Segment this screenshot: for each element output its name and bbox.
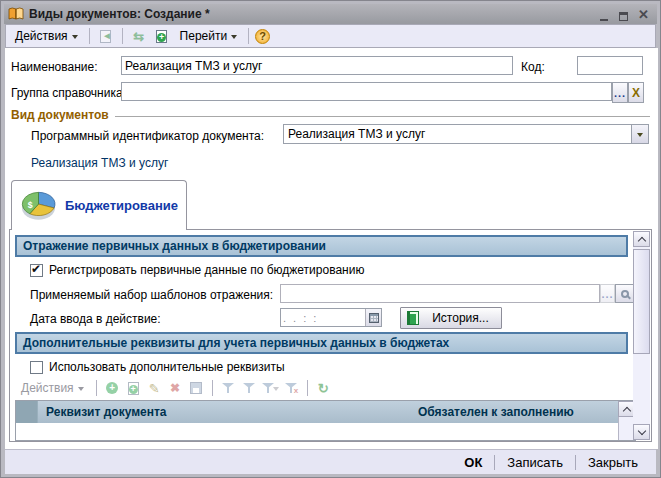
section-header-reflection: Отражение первичных данных в бюджетирова… xyxy=(15,235,628,257)
use-extra-checkbox[interactable] xyxy=(30,361,43,374)
scroll-down-button[interactable] xyxy=(633,424,650,440)
attributes-table[interactable]: Реквизит документа Обязателен к заполнен… xyxy=(15,400,636,441)
register-checkbox[interactable] xyxy=(30,264,43,277)
toolbar-separator xyxy=(307,380,308,396)
book-icon xyxy=(8,7,24,21)
filter-clear-button[interactable]: x xyxy=(283,380,300,396)
go-menu-label: Перейти xyxy=(180,29,228,43)
name-input[interactable] xyxy=(121,56,513,75)
ok-button[interactable]: ОК xyxy=(452,453,494,472)
chevron-up-icon xyxy=(623,406,631,414)
code-input[interactable] xyxy=(577,56,643,75)
ellipsis-icon: ... xyxy=(601,288,613,300)
program-id-label: Программный идентификатор документа: xyxy=(31,129,264,143)
minimize-button[interactable] xyxy=(596,8,611,21)
reread-button[interactable]: ◄ xyxy=(96,27,116,45)
date-input[interactable]: . . : : xyxy=(280,308,382,327)
add-row-button[interactable]: + xyxy=(104,380,121,396)
use-extra-checkbox-label: Использовать дополнительные реквизиты xyxy=(49,360,285,374)
filter-set-button[interactable] xyxy=(220,380,237,396)
maximize-button[interactable] xyxy=(616,8,631,21)
footer-bar: ОК Записать Закрыть xyxy=(5,449,656,474)
code-label: Код: xyxy=(521,60,545,74)
delete-icon: ✖ xyxy=(170,381,180,395)
history-button-label: История... xyxy=(426,311,495,325)
pencil-icon: ✎ xyxy=(149,381,160,396)
table-body[interactable] xyxy=(16,423,635,440)
actions-menu-label: Действия xyxy=(15,29,68,43)
templates-input[interactable] xyxy=(280,284,600,303)
close-window-button[interactable]: Закрыть xyxy=(576,453,650,472)
register-checkbox-row[interactable]: Регистрировать первичные данные по бюдже… xyxy=(30,263,364,277)
plus-circle-icon: + xyxy=(106,382,118,394)
refresh-icon: ↻ xyxy=(318,381,329,396)
calendar-icon xyxy=(369,313,379,323)
copy-row-button[interactable]: + xyxy=(125,380,142,396)
filter-value-icon xyxy=(243,382,255,394)
diskette-icon xyxy=(190,382,202,394)
window-title: Виды документов: Создание * xyxy=(29,7,596,21)
combo-dropdown-button[interactable] xyxy=(631,125,648,143)
save-order-button[interactable] xyxy=(188,380,205,396)
grid-actions-label: Действия xyxy=(21,381,74,395)
copy-icon: + xyxy=(128,382,139,395)
chevron-down-icon xyxy=(72,35,78,39)
scroll-thumb[interactable] xyxy=(633,249,650,354)
group-clear-button[interactable]: Х xyxy=(628,82,644,103)
chevron-down-icon xyxy=(231,35,237,39)
row-marker-column xyxy=(16,401,38,423)
question-icon: ? xyxy=(259,30,266,42)
group-box-title: Вид документов xyxy=(11,108,109,122)
register-checkbox-label: Регистрировать первичные данные по бюдже… xyxy=(49,263,364,277)
name-label: Наименование: xyxy=(11,60,98,74)
toolbar-separator xyxy=(212,380,213,396)
form-content: Наименование: Код: Группа справочника: .… xyxy=(5,48,658,449)
column-header-attribute: Реквизит документа xyxy=(38,401,418,423)
date-label: Дата ввода в действие: xyxy=(30,312,161,326)
search-icon xyxy=(621,290,629,298)
group-box-line xyxy=(115,116,650,117)
minimize-icon xyxy=(600,18,608,21)
refresh-button[interactable]: ↻ xyxy=(315,380,332,396)
group-select-button[interactable]: ... xyxy=(612,82,628,103)
templates-label: Применяемый набор шаблонов отражения: xyxy=(30,288,273,302)
chevron-up-icon xyxy=(637,236,645,244)
panel-scrollbar[interactable] xyxy=(633,231,650,440)
program-id-combobox[interactable]: Реализация ТМЗ и услуг xyxy=(283,124,649,144)
toolbar-separator xyxy=(248,28,249,44)
edit-row-button[interactable]: ✎ xyxy=(146,380,163,396)
maximize-icon xyxy=(619,12,628,21)
tab-budgeting[interactable]: $ Бюджетирование xyxy=(11,180,187,230)
svg-text:$: $ xyxy=(28,199,33,209)
toolbar-separator xyxy=(122,28,123,44)
program-id-value: Реализация ТМЗ и услуг xyxy=(284,127,631,141)
group-label: Группа справочника: xyxy=(11,86,126,100)
close-button[interactable]: ✕ xyxy=(636,8,651,21)
go-menu-button[interactable]: Перейти xyxy=(175,27,243,45)
titlebar[interactable]: Виды документов: Создание * ✕ xyxy=(4,4,657,24)
sync-button[interactable]: ⇆ xyxy=(129,27,149,45)
new-from-button[interactable]: + xyxy=(152,27,172,45)
history-journal-icon xyxy=(407,311,419,325)
templates-select-button[interactable]: ... xyxy=(600,284,615,303)
scroll-up-button[interactable] xyxy=(633,231,650,247)
close-icon: ✕ xyxy=(638,8,649,21)
sync-arrows-icon: ⇆ xyxy=(133,29,144,44)
save-button[interactable]: Записать xyxy=(495,453,575,472)
delete-row-button[interactable]: ✖ xyxy=(167,380,184,396)
history-button[interactable]: История... xyxy=(400,307,502,329)
filter-by-value-button[interactable] xyxy=(241,380,258,396)
ellipsis-icon: ... xyxy=(614,87,626,99)
tab-budgeting-label: Бюджетирование xyxy=(65,198,178,213)
actions-menu-button[interactable]: Действия xyxy=(10,27,83,45)
help-button[interactable]: ? xyxy=(255,29,270,44)
group-input[interactable] xyxy=(121,82,612,101)
chevron-down-icon xyxy=(637,426,645,434)
calendar-button[interactable] xyxy=(365,309,381,326)
column-header-required: Обязателен к заполнению xyxy=(418,401,635,423)
templates-search-button[interactable] xyxy=(615,284,634,303)
group-box-header: Вид документов xyxy=(11,108,650,122)
use-extra-checkbox-row[interactable]: Использовать дополнительные реквизиты xyxy=(30,360,285,374)
grid-actions-menu-button[interactable]: Действия xyxy=(16,379,89,397)
filter-menu-button[interactable] xyxy=(262,380,279,396)
